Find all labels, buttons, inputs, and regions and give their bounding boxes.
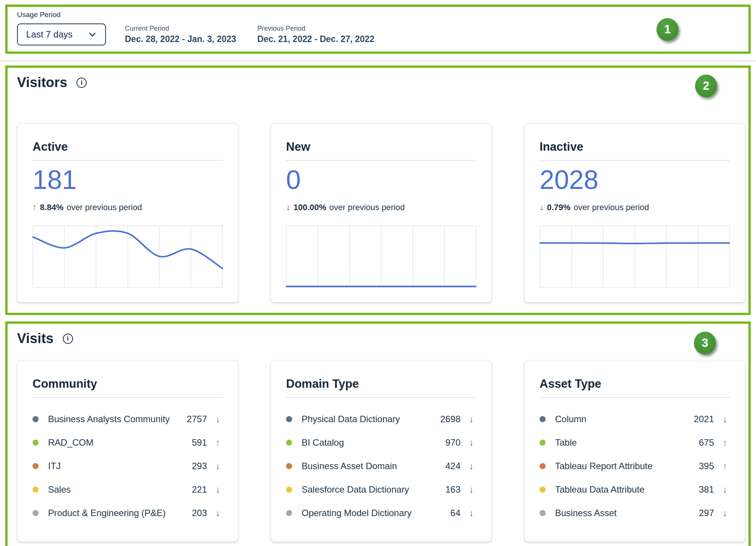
trend-arrow-icon: ↓	[720, 484, 730, 495]
trend-arrow-icon: ↓	[213, 461, 223, 471]
list-item: Tableau Report Attribute 395 ↑	[540, 454, 730, 478]
category-dot	[33, 510, 39, 516]
info-icon[interactable]: i	[63, 334, 73, 344]
trend-arrow-icon: ↓	[467, 461, 476, 471]
category-dot	[540, 487, 546, 493]
item-value: 970	[445, 437, 460, 448]
annotation-badge-3: 3	[694, 332, 716, 354]
inactive-visitors-value: 2028	[540, 167, 730, 193]
info-icon[interactable]: i	[76, 78, 87, 88]
item-label: Operating Model Dictionary	[302, 508, 450, 518]
trend-arrow-icon: ↓	[540, 202, 544, 212]
item-value: 293	[192, 461, 207, 471]
category-dot	[286, 440, 292, 446]
change-suffix: over previous period	[329, 203, 404, 212]
item-label: Salesforce Data Dictionary	[302, 484, 445, 495]
item-value: 221	[192, 484, 207, 495]
list-item: Physical Data Dictionary 2698 ↓	[286, 407, 476, 431]
change-suffix: over previous period	[67, 203, 142, 212]
item-label: ITJ	[48, 461, 192, 471]
item-value: 203	[192, 508, 207, 518]
list-item: BI Catalog 970 ↓	[286, 431, 476, 454]
list-item: Operating Model Dictionary 64 ↓	[286, 501, 476, 525]
change-percent: 8.84%	[40, 203, 64, 212]
card-divider	[33, 397, 223, 398]
item-value: 2698	[440, 414, 460, 424]
item-label: BI Catalog	[302, 437, 445, 448]
section-divider	[0, 61, 756, 61]
previous-period-label: Previous Period	[257, 25, 374, 33]
item-value: 675	[699, 437, 714, 448]
item-value: 2757	[187, 414, 207, 424]
category-dot	[540, 440, 546, 446]
item-value: 591	[192, 437, 207, 448]
category-dot	[540, 416, 546, 422]
category-dot	[540, 463, 546, 469]
trend-arrow-icon: ↓	[720, 508, 730, 518]
trend-arrow-icon: ↑	[720, 461, 730, 471]
usage-period-label: Usage Period	[17, 11, 745, 19]
item-label: Column	[555, 414, 694, 424]
change-percent: 0.79%	[547, 203, 571, 212]
card-title: Domain Type	[286, 377, 476, 391]
item-value: 2021	[694, 414, 714, 424]
category-dot	[33, 416, 39, 422]
item-label: Table	[555, 437, 699, 448]
card-title: Inactive	[540, 140, 730, 154]
item-label: Business Asset Domain	[302, 461, 445, 471]
trend-arrow-icon: ↑	[33, 202, 37, 212]
list-item: RAD_COM 591 ↑	[33, 431, 223, 454]
trend-arrow-icon: ↓	[467, 484, 476, 495]
annotation-badge-1: 1	[656, 18, 678, 41]
visitors-title: Visitors	[17, 75, 67, 90]
category-dot	[286, 463, 292, 469]
annotation-badge-2: 2	[695, 75, 717, 97]
card-divider	[540, 160, 730, 161]
category-dot	[33, 487, 39, 493]
category-dot	[286, 510, 292, 516]
usage-period-section: Usage Period Last 7 days Current Period …	[5, 5, 751, 54]
new-visitors-card: New 0 ↓ 100.00% over previous period	[271, 123, 492, 303]
active-visitors-value: 181	[33, 167, 223, 193]
community-card: Community Business Analysts Community 27…	[17, 360, 238, 542]
current-period-value: Dec. 28, 2022 - Jan. 3, 2023	[125, 34, 238, 44]
list-item: Business Asset Domain 424 ↓	[286, 454, 476, 478]
trend-arrow-icon: ↓	[467, 414, 476, 424]
change-percent: 100.00%	[294, 203, 327, 212]
item-label: Business Asset	[555, 508, 699, 518]
list-item: Sales 221 ↓	[33, 478, 223, 501]
domain-type-card: Domain Type Physical Data Dictionary 269…	[271, 360, 492, 542]
list-item: Business Analysts Community 2757 ↓	[33, 407, 223, 431]
change-suffix: over previous period	[574, 203, 649, 212]
inactive-sparkline-chart	[540, 225, 730, 288]
trend-arrow-icon: ↓	[720, 414, 730, 424]
usage-period-dropdown[interactable]: Last 7 days	[17, 23, 106, 45]
previous-period-block: Previous Period Dec. 21, 2022 - Dec. 27,…	[257, 25, 374, 44]
category-dot	[540, 510, 546, 516]
category-dot	[33, 440, 39, 446]
card-title: Asset Type	[540, 377, 730, 391]
active-sparkline-chart	[33, 225, 223, 288]
asset-type-card: Asset Type Column 2021 ↓ Table 675 ↑ T	[524, 360, 745, 542]
item-value: 64	[450, 508, 460, 518]
item-value: 381	[699, 484, 714, 495]
list-item: Column 2021 ↓	[540, 407, 730, 431]
current-period-label: Current Period	[125, 25, 238, 33]
change-indicator: ↓ 100.00% over previous period	[286, 202, 476, 212]
usage-period-selected-value: Last 7 days	[26, 29, 73, 40]
new-visitors-value: 0	[286, 167, 476, 193]
chevron-down-icon	[88, 30, 97, 39]
item-value: 297	[699, 508, 714, 518]
category-dot	[286, 416, 292, 422]
list-item: Product & Engineering (P&E) 203 ↓	[33, 501, 223, 525]
list-item: Table 675 ↑	[540, 431, 730, 454]
item-label: Business Analysts Community	[48, 414, 187, 424]
change-indicator: ↑ 8.84% over previous period	[33, 202, 223, 212]
card-title: New	[286, 140, 476, 154]
trend-arrow-icon: ↓	[213, 484, 223, 495]
trend-arrow-icon: ↓	[467, 508, 476, 518]
item-label: Tableau Data Attribute	[555, 484, 699, 495]
card-divider	[286, 160, 476, 161]
card-title: Active	[33, 140, 223, 154]
card-divider	[286, 397, 476, 398]
